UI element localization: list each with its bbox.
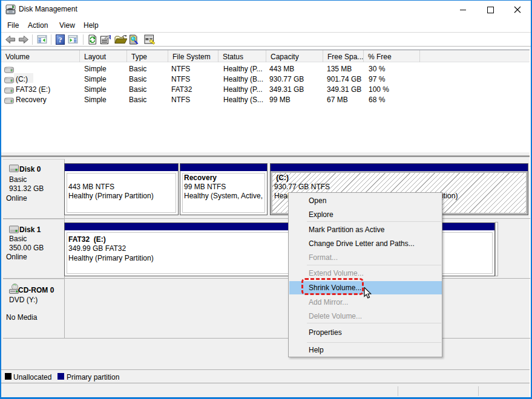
svg-text:?: ? — [58, 35, 62, 44]
